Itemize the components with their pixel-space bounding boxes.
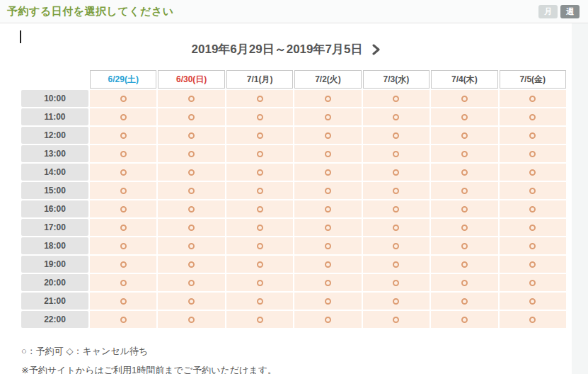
slot-6/30(日)-18:00[interactable]	[158, 237, 224, 254]
slot-7/4(木)-13:00[interactable]	[431, 145, 497, 162]
slot-7/2(火)-20:00[interactable]	[294, 274, 361, 291]
slot-6/29(土)-20:00[interactable]	[90, 274, 156, 291]
slot-6/29(土)-14:00[interactable]	[90, 164, 156, 181]
slot-7/1(月)-18:00[interactable]	[226, 237, 293, 254]
time-label-15:00: 15:00	[21, 182, 88, 199]
slot-7/4(木)-21:00[interactable]	[431, 293, 497, 310]
slot-7/1(月)-10:00[interactable]	[226, 90, 293, 107]
slot-7/3(水)-18:00[interactable]	[363, 237, 430, 254]
available-circle-icon	[188, 188, 195, 194]
slot-7/3(水)-19:00[interactable]	[363, 256, 430, 273]
slot-6/30(日)-22:00[interactable]	[158, 311, 224, 328]
slot-6/30(日)-12:00[interactable]	[158, 127, 224, 144]
slot-7/5(金)-13:00[interactable]	[500, 145, 566, 162]
slot-7/2(火)-19:00[interactable]	[294, 256, 361, 273]
slot-7/4(木)-12:00[interactable]	[431, 127, 497, 144]
slot-7/1(月)-15:00[interactable]	[226, 182, 293, 199]
slot-6/30(日)-10:00[interactable]	[158, 90, 224, 107]
slot-6/30(日)-20:00[interactable]	[158, 274, 224, 291]
slot-7/1(月)-14:00[interactable]	[226, 164, 293, 181]
slot-7/2(火)-10:00[interactable]	[294, 90, 361, 107]
slot-7/3(水)-22:00[interactable]	[363, 311, 430, 328]
slot-6/29(土)-15:00[interactable]	[90, 182, 156, 199]
slot-6/29(土)-19:00[interactable]	[90, 256, 156, 273]
month-view-button[interactable]: 月	[538, 5, 558, 18]
slot-7/1(月)-21:00[interactable]	[226, 293, 293, 310]
slot-6/30(日)-11:00[interactable]	[158, 108, 224, 125]
slot-7/5(金)-22:00[interactable]	[500, 311, 566, 328]
slot-6/29(土)-12:00[interactable]	[90, 127, 156, 144]
slot-7/4(木)-19:00[interactable]	[431, 256, 497, 273]
slot-7/5(金)-20:00[interactable]	[500, 274, 566, 291]
available-circle-icon	[120, 96, 127, 102]
slot-7/5(金)-21:00[interactable]	[500, 293, 566, 310]
slot-7/3(水)-12:00[interactable]	[363, 127, 430, 144]
slot-7/1(月)-20:00[interactable]	[226, 274, 293, 291]
slot-6/30(日)-19:00[interactable]	[158, 256, 224, 273]
slot-7/5(金)-12:00[interactable]	[500, 127, 566, 144]
week-view-button[interactable]: 週	[560, 5, 580, 18]
slot-6/29(土)-11:00[interactable]	[90, 108, 156, 125]
slot-7/3(水)-17:00[interactable]	[363, 219, 430, 236]
slot-6/30(日)-14:00[interactable]	[158, 164, 224, 181]
slot-7/2(火)-14:00[interactable]	[294, 164, 361, 181]
slot-6/29(土)-13:00[interactable]	[90, 145, 156, 162]
slot-7/5(金)-17:00[interactable]	[500, 219, 566, 236]
slot-7/3(水)-16:00[interactable]	[363, 200, 430, 217]
available-circle-icon	[188, 96, 195, 102]
slot-7/3(水)-20:00[interactable]	[363, 274, 430, 291]
slot-7/2(火)-13:00[interactable]	[294, 145, 361, 162]
slot-7/5(金)-14:00[interactable]	[500, 164, 566, 181]
slot-7/4(木)-15:00[interactable]	[431, 182, 497, 199]
slot-7/1(月)-22:00[interactable]	[226, 311, 293, 328]
available-circle-icon	[393, 169, 399, 176]
slot-7/3(水)-13:00[interactable]	[363, 145, 430, 162]
slot-7/1(月)-12:00[interactable]	[226, 127, 293, 144]
slot-6/30(日)-21:00[interactable]	[158, 293, 224, 310]
slot-6/29(土)-17:00[interactable]	[90, 219, 156, 236]
slot-7/3(水)-14:00[interactable]	[363, 164, 430, 181]
slot-6/30(日)-15:00[interactable]	[158, 182, 224, 199]
slot-7/3(水)-21:00[interactable]	[363, 293, 430, 310]
slot-6/29(土)-21:00[interactable]	[90, 293, 156, 310]
slot-7/1(月)-13:00[interactable]	[226, 145, 293, 162]
slot-6/29(土)-10:00[interactable]	[90, 90, 156, 107]
slot-7/5(金)-11:00[interactable]	[500, 108, 566, 125]
slot-7/3(水)-15:00[interactable]	[363, 182, 430, 199]
slot-7/2(火)-11:00[interactable]	[294, 108, 361, 125]
slot-7/4(木)-10:00[interactable]	[431, 90, 497, 107]
slot-7/2(火)-22:00[interactable]	[294, 311, 361, 328]
slot-7/5(金)-15:00[interactable]	[500, 182, 566, 199]
slot-6/30(日)-13:00[interactable]	[158, 145, 224, 162]
slot-7/4(木)-11:00[interactable]	[431, 108, 497, 125]
slot-6/29(土)-18:00[interactable]	[90, 237, 156, 254]
slot-7/1(月)-16:00[interactable]	[226, 200, 293, 217]
slot-7/2(火)-15:00[interactable]	[294, 182, 361, 199]
slot-7/3(水)-11:00[interactable]	[363, 108, 430, 125]
slot-7/5(金)-18:00[interactable]	[500, 237, 566, 254]
slot-7/4(木)-18:00[interactable]	[431, 237, 497, 254]
slot-7/5(金)-19:00[interactable]	[500, 256, 566, 273]
slot-6/30(日)-17:00[interactable]	[158, 219, 224, 236]
slot-7/2(火)-18:00[interactable]	[294, 237, 361, 254]
slot-7/2(火)-17:00[interactable]	[294, 219, 361, 236]
slot-7/5(金)-16:00[interactable]	[500, 200, 566, 217]
slot-6/30(日)-16:00[interactable]	[158, 200, 224, 217]
slot-7/4(木)-22:00[interactable]	[431, 311, 497, 328]
slot-7/4(木)-20:00[interactable]	[431, 274, 497, 291]
slot-6/29(土)-16:00[interactable]	[90, 200, 156, 217]
slot-7/3(水)-10:00[interactable]	[363, 90, 430, 107]
time-label-10:00: 10:00	[21, 90, 88, 107]
slot-7/4(木)-17:00[interactable]	[431, 219, 497, 236]
slot-7/2(火)-12:00[interactable]	[294, 127, 361, 144]
slot-7/4(木)-16:00[interactable]	[431, 200, 497, 217]
slot-7/1(月)-17:00[interactable]	[226, 219, 293, 236]
slot-7/2(火)-16:00[interactable]	[294, 200, 361, 217]
slot-7/2(火)-21:00[interactable]	[294, 293, 361, 310]
slot-6/29(土)-22:00[interactable]	[90, 311, 156, 328]
slot-7/1(月)-19:00[interactable]	[226, 256, 293, 273]
slot-7/5(金)-10:00[interactable]	[500, 90, 566, 107]
slot-7/1(月)-11:00[interactable]	[226, 108, 293, 125]
next-week-icon[interactable]	[372, 44, 380, 55]
slot-7/4(木)-14:00[interactable]	[431, 164, 497, 181]
